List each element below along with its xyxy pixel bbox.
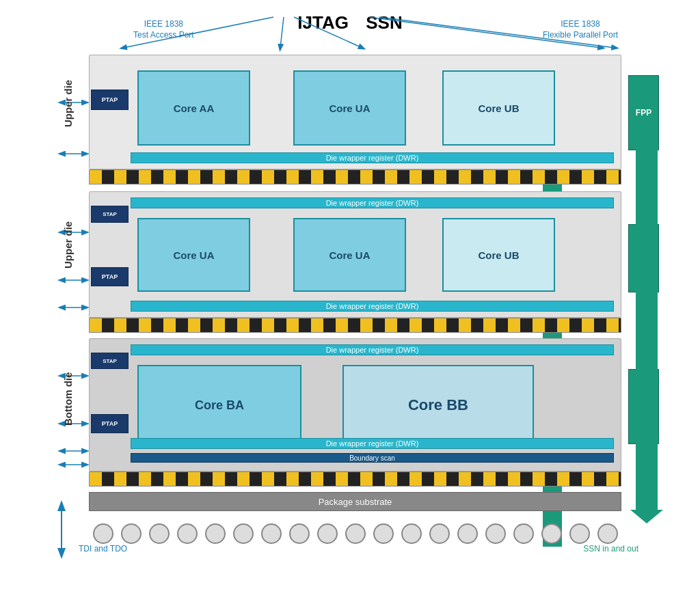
inter-die-connector-3 — [89, 472, 621, 487]
dwr-bar-upper1-bottom: Die wrapper register (DWR) — [131, 152, 614, 163]
ball-6 — [233, 523, 254, 544]
ball-2 — [121, 523, 142, 544]
ball-14 — [457, 523, 478, 544]
solder-balls — [89, 518, 621, 549]
ball-10 — [345, 523, 366, 544]
upper-die-1: Upper die Die wrapper register (DWR) Cor… — [89, 55, 621, 169]
ball-17 — [541, 523, 562, 544]
ptap-upper2: PTAP — [91, 267, 129, 286]
stap-upper2: STAP — [91, 206, 129, 223]
stap-bottom: STAP — [91, 353, 129, 369]
ptap-upper1: PTAP — [91, 90, 129, 110]
ball-12 — [401, 523, 422, 544]
ball-11 — [373, 523, 394, 544]
ball-1 — [93, 523, 113, 544]
core-ub-upper2: Core UB — [442, 218, 555, 292]
ball-13 — [429, 523, 450, 544]
ssn-vertical-arrow — [636, 116, 658, 512]
ball-15 — [485, 523, 506, 544]
dwr-bar-upper2-bottom: Die wrapper register (DWR) — [131, 301, 614, 312]
ball-9 — [317, 523, 338, 544]
ball-16 — [513, 523, 534, 544]
core-ub-box-upper1: Core UB — [442, 70, 555, 146]
ptap-bottom: PTAP — [91, 414, 129, 433]
dwr-bar-bottom-top: Die wrapper register (DWR) — [131, 344, 614, 355]
ijtag-title: IJTAG — [297, 12, 349, 33]
bottom-die-label: Bottom die — [62, 385, 74, 426]
core-aa-box: Core AA — [137, 70, 250, 146]
core-ba-box: Core BA — [137, 365, 301, 446]
ball-5 — [205, 523, 226, 544]
ssn-title: SSN — [366, 12, 402, 33]
package-substrate: Package substrate — [89, 492, 621, 511]
core-bb-box: Core BB — [342, 365, 534, 446]
upper-die-1-label: Upper die — [62, 86, 74, 127]
dwr-bar-upper2-top: Die wrapper register (DWR) — [131, 197, 614, 208]
bottom-die: Bottom die Die wrapper register (DWR) Co… — [89, 338, 621, 472]
core-ua-box-upper1: Core UA — [293, 70, 406, 146]
core-ua-center-upper2: Core UA — [293, 218, 406, 292]
inter-die-connector-2 — [89, 318, 621, 333]
main-container: IJTAG SSN IEEE 1838 Test Access Port IEE… — [0, 0, 700, 615]
ball-7 — [261, 523, 282, 544]
ball-18 — [569, 523, 590, 544]
inter-die-connector-1 — [89, 169, 621, 184]
ball-4 — [177, 523, 198, 544]
diagram-area: Upper die Die wrapper register (DWR) Cor… — [41, 55, 659, 560]
ball-8 — [289, 523, 310, 544]
ball-3 — [149, 523, 170, 544]
boundary-scan-bar: Boundary scan — [131, 453, 614, 463]
upper-die-2-label: Upper die — [62, 228, 74, 269]
upper-die-2: Upper die Die wrapper register (DWR) Die… — [89, 191, 621, 318]
ieee1838-left-annotation: IEEE 1838 Test Access Port — [133, 19, 194, 40]
ball-19 — [597, 523, 618, 544]
tdi-tdo-label: TDI and TDO — [79, 544, 127, 554]
ssn-in-out-label: SSN in and out — [583, 544, 638, 554]
core-ua-left-upper2: Core UA — [137, 218, 250, 292]
ieee1838-right-annotation: IEEE 1838 Flexible Parallel Port — [543, 19, 618, 40]
dwr-bar-bottom-bottom: Die wrapper register (DWR) — [131, 438, 614, 449]
